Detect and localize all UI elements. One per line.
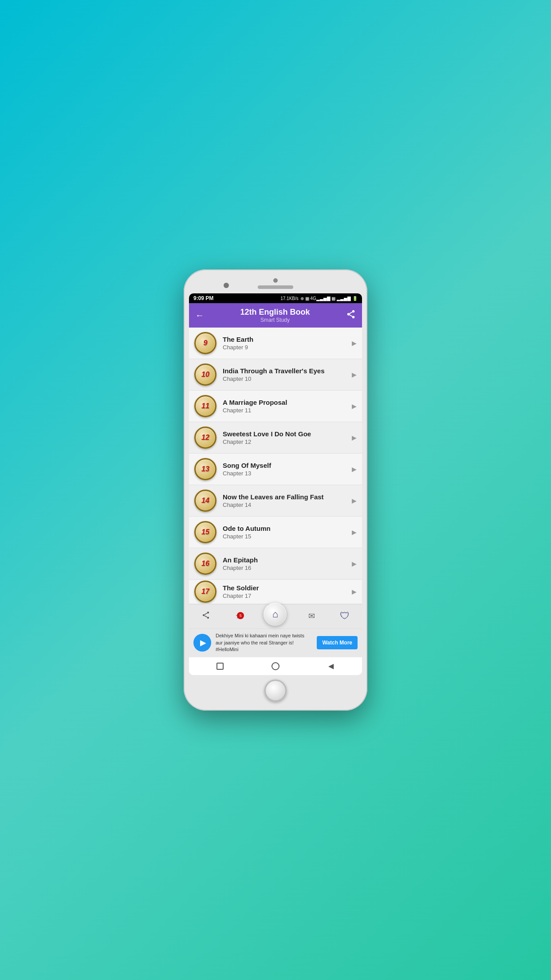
ad-banner: ▶ Dekhiye Mini ki kahaani mein naye twis…	[189, 628, 362, 656]
chapter-arrow-16: ▶	[352, 560, 357, 567]
android-back-icon: ◀	[328, 662, 334, 670]
chapter-info-12: Sweetest Love I Do Not Goe Chapter 12	[223, 430, 352, 445]
recent-apps-icon	[216, 663, 224, 670]
chapter-list: 9 The Earth Chapter 9 ▶ 10 India Through…	[189, 328, 362, 604]
chapter-sub-17: Chapter 17	[223, 593, 352, 599]
home-icon: ⌂	[272, 609, 278, 620]
chapter-sub-9: Chapter 9	[223, 344, 352, 351]
chapter-info-11: A Marriage Proposal Chapter 11	[223, 399, 352, 414]
nav-info[interactable]: 🛡	[336, 609, 353, 624]
chapter-sub-11: Chapter 11	[223, 407, 352, 414]
nav-mail[interactable]: ✉	[305, 609, 319, 624]
chapter-title-9: The Earth	[223, 336, 352, 343]
chapter-item-11[interactable]: 11 A Marriage Proposal Chapter 11 ▶	[189, 391, 362, 422]
camera-dot	[273, 278, 278, 283]
chapter-title-14: Now the Leaves are Falling Fast	[223, 493, 352, 501]
chapter-arrow-14: ▶	[352, 497, 357, 504]
svg-point-7	[207, 617, 209, 619]
back-button[interactable]: ←	[195, 310, 204, 320]
bottom-nav: ★ 5 ⌂ ✉ 🛡	[189, 604, 362, 628]
status-time: 9:09 PM	[193, 295, 213, 301]
nav-home-button[interactable]: ⌂	[264, 603, 287, 626]
chapter-arrow-11: ▶	[352, 403, 357, 410]
chapter-item-15[interactable]: 15 Ode to Autumn Chapter 15 ▶	[189, 517, 362, 548]
chapter-badge-13: 13	[194, 458, 216, 480]
chapter-badge-9: 9	[194, 332, 216, 354]
chapter-title-17: The Soldier	[223, 584, 352, 592]
chapter-info-16: An Epitaph Chapter 16	[223, 556, 352, 571]
chapter-arrow-17: ▶	[352, 588, 357, 595]
nav-badge: 5	[237, 612, 244, 619]
svg-line-3	[350, 315, 352, 317]
chapter-title-15: Ode to Autumn	[223, 525, 352, 532]
svg-point-6	[203, 614, 205, 616]
chapter-item-17[interactable]: 17 The Soldier Chapter 17 ▶	[189, 580, 362, 604]
share-icon[interactable]	[346, 309, 356, 321]
chapter-item-13[interactable]: 13 Song Of Myself Chapter 13 ▶	[189, 454, 362, 485]
mail-icon: ✉	[308, 611, 315, 621]
status-icons: ⊕ ▦ 4G▂▃▅▇ ▦ ▂▃▅▇ 🔋	[300, 296, 358, 301]
android-home-button[interactable]	[270, 661, 281, 672]
android-recent-button[interactable]	[215, 661, 225, 672]
phone-home-button[interactable]	[264, 680, 287, 702]
app-header: ← 12th English Book Smart Study	[189, 303, 362, 328]
chapter-arrow-12: ▶	[352, 434, 357, 441]
chapter-title-11: A Marriage Proposal	[223, 399, 352, 406]
nav-bookmark[interactable]: ★ 5	[232, 609, 246, 624]
chapter-sub-10: Chapter 10	[223, 375, 352, 382]
chapter-title-13: Song Of Myself	[223, 462, 352, 469]
share-nav-icon	[201, 611, 210, 622]
chapter-item-14[interactable]: 14 Now the Leaves are Falling Fast Chapt…	[189, 485, 362, 517]
header-title-block: 12th English Book Smart Study	[240, 308, 310, 323]
chapter-item-9[interactable]: 9 The Earth Chapter 9 ▶	[189, 328, 362, 359]
chapter-info-10: India Through a Traveller's Eyes Chapter…	[223, 367, 352, 382]
chapter-badge-15: 15	[194, 521, 216, 543]
svg-point-5	[207, 612, 209, 613]
svg-point-1	[347, 313, 350, 316]
svg-point-2	[352, 316, 355, 319]
chapter-info-14: Now the Leaves are Falling Fast Chapter …	[223, 493, 352, 508]
svg-point-0	[352, 310, 355, 313]
chapter-arrow-15: ▶	[352, 529, 357, 536]
play-icon: ▶	[200, 638, 206, 648]
android-back-button[interactable]: ◀	[326, 661, 336, 672]
chapter-info-13: Song Of Myself Chapter 13	[223, 462, 352, 477]
phone-screen: 9:09 PM 17.1KB/s ⊕ ▦ 4G▂▃▅▇ ▦ ▂▃▅▇ 🔋 ← 1…	[189, 293, 362, 675]
chapter-title-12: Sweetest Love I Do Not Goe	[223, 430, 352, 438]
chapter-sub-16: Chapter 16	[223, 565, 352, 571]
watch-more-button[interactable]: Watch More	[317, 636, 358, 649]
chapter-badge-17: 17	[194, 581, 216, 603]
chapter-item-16[interactable]: 16 An Epitaph Chapter 16 ▶	[189, 548, 362, 580]
chapter-info-17: The Soldier Chapter 17	[223, 584, 352, 599]
chapter-item-12[interactable]: 12 Sweetest Love I Do Not Goe Chapter 12…	[189, 422, 362, 454]
chapter-info-9: The Earth Chapter 9	[223, 336, 352, 351]
status-bar: 9:09 PM 17.1KB/s ⊕ ▦ 4G▂▃▅▇ ▦ ▂▃▅▇ 🔋	[189, 293, 362, 303]
chapter-item-10[interactable]: 10 India Through a Traveller's Eyes Chap…	[189, 359, 362, 391]
app-title: 12th English Book	[240, 308, 310, 317]
chapter-badge-11: 11	[194, 395, 216, 417]
android-nav-bar: ◀	[189, 657, 362, 675]
speaker	[258, 285, 293, 289]
chapter-arrow-9: ▶	[352, 340, 357, 347]
android-home-icon	[272, 662, 279, 670]
chapter-info-15: Ode to Autumn Chapter 15	[223, 525, 352, 540]
chapter-sub-14: Chapter 14	[223, 502, 352, 508]
chapter-badge-16: 16	[194, 553, 216, 575]
chapter-sub-13: Chapter 13	[223, 470, 352, 477]
chapter-sub-15: Chapter 15	[223, 533, 352, 540]
ad-text: Dekhiye Mini ki kahaani mein naye twists…	[216, 632, 312, 653]
app-subtitle: Smart Study	[240, 317, 310, 323]
status-right: 17.1KB/s ⊕ ▦ 4G▂▃▅▇ ▦ ▂▃▅▇ 🔋	[280, 296, 358, 301]
chapter-arrow-10: ▶	[352, 371, 357, 378]
info-icon: 🛡	[340, 610, 350, 622]
chapter-title-10: India Through a Traveller's Eyes	[223, 367, 352, 375]
svg-line-8	[205, 616, 207, 617]
nav-share[interactable]	[198, 609, 214, 624]
svg-line-4	[350, 312, 352, 314]
chapter-title-16: An Epitaph	[223, 556, 352, 564]
chapter-arrow-13: ▶	[352, 466, 357, 473]
ad-play-button[interactable]: ▶	[193, 634, 211, 652]
chapter-badge-14: 14	[194, 490, 216, 512]
chapter-badge-10: 10	[194, 364, 216, 386]
status-speed: 17.1KB/s	[280, 296, 299, 301]
